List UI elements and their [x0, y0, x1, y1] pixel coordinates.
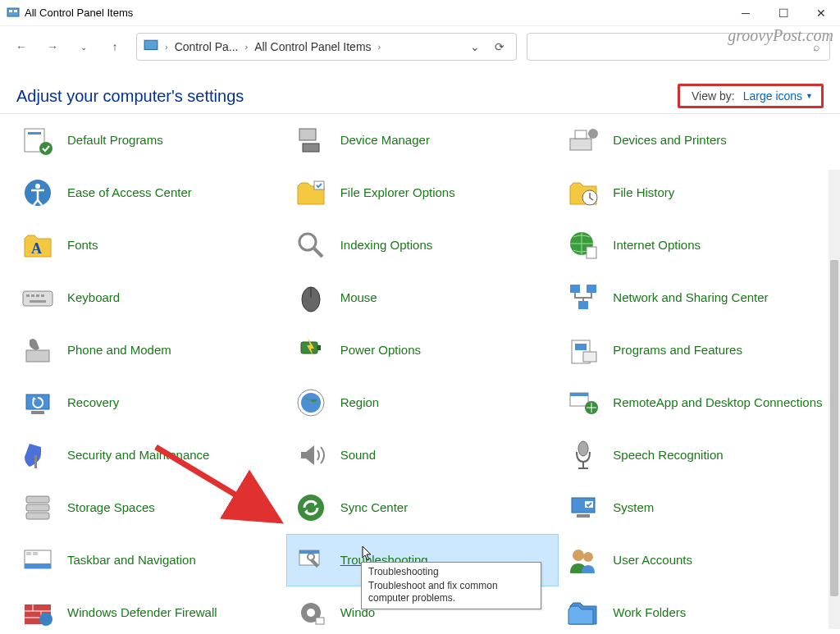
history-dropdown[interactable]: ⌄	[465, 40, 485, 53]
item-recovery[interactable]: Recovery	[13, 376, 286, 429]
item-label: Internet Options	[613, 238, 701, 253]
item-keyboard[interactable]: Keyboard	[13, 271, 286, 324]
item-internet-options[interactable]: Internet Options	[559, 219, 832, 271]
svg-rect-29	[570, 285, 580, 293]
item-label: Power Options	[340, 343, 421, 358]
item-phone-modem[interactable]: Phone and Modem	[13, 324, 286, 376]
item-label: File History	[613, 185, 674, 200]
header: Adjust your computer's settings View by:…	[0, 67, 840, 114]
item-label: Fonts	[67, 238, 98, 253]
tooltip-title: Troubleshooting	[368, 566, 534, 579]
svg-point-17	[299, 234, 316, 250]
svg-rect-45	[34, 455, 37, 468]
svg-rect-39	[31, 411, 44, 414]
tooltip: Troubleshooting Troubleshoot and fix com…	[361, 562, 541, 609]
item-default-programs[interactable]: Default Programs	[13, 114, 286, 166]
forward-button[interactable]: →	[41, 35, 64, 58]
recovery-icon	[20, 385, 56, 421]
svg-line-18	[314, 249, 322, 257]
item-ease-of-access[interactable]: Ease of Access Center	[13, 166, 286, 219]
svg-rect-25	[41, 294, 44, 297]
device-manager-icon	[293, 122, 329, 158]
fonts-icon: A	[20, 227, 56, 263]
svg-rect-3	[144, 40, 158, 49]
vertical-scrollbar[interactable]	[829, 170, 840, 629]
tooltip-body: Troubleshoot and fix common computer pro…	[368, 580, 534, 605]
item-device-manager[interactable]: Device Manager	[286, 114, 559, 166]
item-file-history[interactable]: File History	[559, 166, 832, 219]
item-sync-center[interactable]: Sync Center	[286, 481, 559, 534]
svg-point-64	[583, 552, 593, 562]
troubleshooting-icon	[293, 542, 329, 578]
maximize-button[interactable]: ☐	[765, 0, 802, 26]
svg-line-74	[156, 447, 279, 521]
close-button[interactable]: ✕	[802, 0, 840, 26]
item-work-folders[interactable]: Work Folders	[559, 586, 832, 629]
file-explorer-options-icon	[293, 175, 329, 211]
item-programs-features[interactable]: Programs and Features	[559, 324, 832, 376]
item-devices-and-printers[interactable]: Devices and Printers	[559, 114, 832, 166]
svg-rect-5	[28, 132, 41, 135]
view-by-control[interactable]: View by: Large icons▼	[678, 84, 824, 108]
item-label: Phone and Modem	[67, 343, 171, 358]
view-by-label: View by:	[692, 89, 735, 103]
item-windows-defender-firewall[interactable]: Windows Defender Firewall	[13, 586, 286, 629]
svg-rect-20	[587, 247, 596, 258]
back-button[interactable]: ←	[10, 35, 33, 58]
window-title: All Control Panel Items	[25, 7, 727, 19]
item-label: Region	[340, 395, 380, 410]
item-network-sharing[interactable]: Network and Sharing Center	[559, 271, 832, 324]
item-system[interactable]: System	[559, 481, 832, 534]
minimize-button[interactable]: ─	[727, 0, 765, 26]
view-by-value[interactable]: Large icons▼	[743, 89, 813, 103]
address-bar[interactable]: › Control Pa... › All Control Panel Item…	[136, 33, 517, 61]
recent-dropdown[interactable]: ⌄	[72, 35, 95, 58]
svg-rect-57	[25, 563, 51, 568]
item-remoteapp[interactable]: RemoteApp and Desktop Connections	[559, 376, 832, 429]
item-label: Indexing Options	[340, 238, 433, 253]
page-title: Adjust your computer's settings	[16, 87, 678, 106]
svg-rect-30	[587, 285, 596, 293]
item-indexing-options[interactable]: Indexing Options	[286, 219, 559, 271]
item-region[interactable]: Region	[286, 376, 559, 429]
item-file-explorer-options[interactable]: File Explorer Options	[286, 166, 559, 219]
item-label: RemoteApp and Desktop Connections	[613, 395, 822, 410]
svg-rect-73	[316, 618, 324, 624]
chevron-right-icon[interactable]: ›	[163, 42, 170, 52]
scrollbar-thumb[interactable]	[830, 260, 838, 596]
mouse-icon	[293, 280, 329, 316]
svg-rect-54	[577, 514, 590, 518]
control-panel-icon	[7, 7, 20, 20]
item-label: Speech Recognition	[613, 448, 723, 463]
content-area: Default Programs Device Manager Devices …	[0, 114, 840, 629]
svg-rect-7	[299, 129, 316, 140]
item-sound[interactable]: Sound	[286, 429, 559, 481]
svg-point-13	[35, 184, 40, 189]
svg-point-6	[39, 142, 52, 155]
item-speech-recognition[interactable]: Speech Recognition	[559, 429, 832, 481]
control-panel-crumb-icon	[144, 39, 158, 56]
up-button[interactable]: ↑	[103, 35, 126, 58]
chevron-right-icon[interactable]: ›	[244, 42, 250, 52]
chevron-right-icon[interactable]: ›	[377, 42, 383, 52]
svg-rect-58	[26, 552, 31, 555]
item-label: System	[613, 500, 654, 515]
refresh-button[interactable]: ⟳	[490, 40, 509, 53]
svg-point-11	[588, 129, 598, 139]
item-power-options[interactable]: Power Options	[286, 324, 559, 376]
ease-of-access-icon	[20, 175, 56, 211]
svg-rect-24	[36, 294, 39, 297]
breadcrumb-all-items[interactable]: All Control Panel Items	[254, 40, 371, 53]
network-sharing-icon	[565, 280, 601, 316]
speech-recognition-icon	[565, 437, 601, 473]
default-programs-icon	[20, 122, 56, 158]
breadcrumb-control-panel[interactable]: Control Pa...	[175, 40, 239, 53]
item-fonts[interactable]: AFonts	[13, 219, 286, 271]
navbar: ← → ⌄ ↑ › Control Pa... › All Control Pa…	[0, 26, 840, 67]
item-user-accounts[interactable]: User Accounts	[559, 534, 832, 586]
power-options-icon	[293, 332, 329, 368]
item-label: Work Folders	[613, 605, 686, 620]
svg-rect-37	[583, 352, 596, 362]
item-mouse[interactable]: Mouse	[286, 271, 559, 324]
item-label: Keyboard	[67, 290, 120, 305]
